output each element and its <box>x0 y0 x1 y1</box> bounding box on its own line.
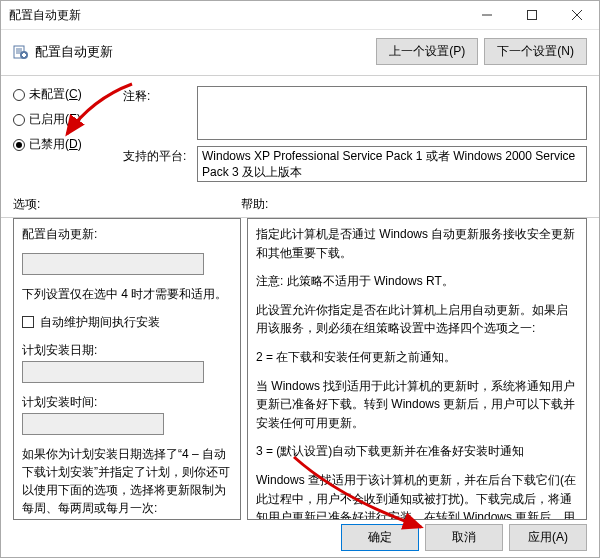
help-pane[interactable]: 指定此计算机是否通过 Windows 自动更新服务接收安全更新和其他重要下载。 … <box>247 218 587 520</box>
help-label: 帮助: <box>241 196 587 213</box>
header: 配置自动更新 上一个设置(P) 下一个设置(N) <box>1 30 599 76</box>
header-title-group: 配置自动更新 <box>13 43 113 61</box>
help-text: 3 = (默认设置)自动下载更新并在准备好安装时通知 <box>256 442 578 461</box>
state-radio-group: 未配置(C) 已启用(E) 已禁用(D) <box>13 86 113 188</box>
radio-label: 已启用(E) <box>29 111 81 128</box>
options-heading: 配置自动更新: <box>22 225 232 243</box>
help-text: 2 = 在下载和安装任何更新之前通知。 <box>256 348 578 367</box>
help-text: 此设置允许你指定是否在此计算机上启用自动更新。如果启用该服务，则必须在组策略设置… <box>256 301 578 338</box>
help-text: 当 Windows 找到适用于此计算机的更新时，系统将通知用户更新已准备好下载。… <box>256 377 578 433</box>
svg-rect-10 <box>22 54 26 56</box>
upper-right: 注释: 支持的平台: Windows XP Professional Servi… <box>123 86 587 188</box>
radio-icon <box>13 114 25 126</box>
help-text: 注意: 此策略不适用于 Windows RT。 <box>256 272 578 291</box>
schedule-day-select[interactable] <box>22 361 204 383</box>
options-note: 下列设置仅在选中 4 时才需要和适用。 <box>22 285 232 303</box>
minimize-button[interactable] <box>464 1 509 29</box>
svg-rect-1 <box>527 11 536 20</box>
radio-disabled[interactable]: 已禁用(D) <box>13 136 113 153</box>
next-setting-button[interactable]: 下一个设置(N) <box>484 38 587 65</box>
schedule-day-label: 计划安装日期: <box>22 341 232 359</box>
schedule-explain: 如果你为计划安装日期选择了“4 – 自动下载计划安装”并指定了计划，则你还可以使… <box>22 445 232 517</box>
checkbox-label: 自动维护期间执行安装 <box>40 313 160 331</box>
schedule-time-label: 计划安装时间: <box>22 393 232 411</box>
radio-label: 未配置(C) <box>29 86 82 103</box>
supported-label: 支持的平台: <box>123 146 191 182</box>
radio-icon <box>13 89 25 101</box>
radio-not-configured[interactable]: 未配置(C) <box>13 86 113 103</box>
radio-enabled[interactable]: 已启用(E) <box>13 111 113 128</box>
section-labels: 选项: 帮助: <box>1 192 599 217</box>
footer-buttons: 确定 取消 应用(A) <box>341 524 587 551</box>
help-text: Windows 查找适用于该计算机的更新，并在后台下载它们(在此过程中，用户不会… <box>256 471 578 520</box>
titlebar: 配置自动更新 <box>1 1 599 30</box>
maximize-button[interactable] <box>509 1 554 29</box>
supported-textbox: Windows XP Professional Service Pack 1 或… <box>197 146 587 182</box>
radio-label: 已禁用(D) <box>29 136 82 153</box>
options-pane[interactable]: 配置自动更新: 下列设置仅在选中 4 时才需要和适用。 自动维护期间执行安装 计… <box>13 218 241 520</box>
lower-section: 配置自动更新: 下列设置仅在选中 4 时才需要和适用。 自动维护期间执行安装 计… <box>1 218 599 520</box>
radio-icon <box>13 139 25 151</box>
ok-button[interactable]: 确定 <box>341 524 419 551</box>
window-title: 配置自动更新 <box>9 7 81 24</box>
dialog-window: 配置自动更新 <box>0 0 600 558</box>
apply-button[interactable]: 应用(A) <box>509 524 587 551</box>
policy-icon <box>13 44 29 60</box>
header-title: 配置自动更新 <box>35 43 113 61</box>
maintenance-checkbox[interactable]: 自动维护期间执行安装 <box>22 313 232 331</box>
comment-textbox[interactable] <box>197 86 587 140</box>
options-label: 选项: <box>13 196 241 213</box>
help-text: 指定此计算机是否通过 Windows 自动更新服务接收安全更新和其他重要下载。 <box>256 225 578 262</box>
close-button[interactable] <box>554 1 599 29</box>
cancel-button[interactable]: 取消 <box>425 524 503 551</box>
comment-label: 注释: <box>123 86 191 140</box>
update-mode-select[interactable] <box>22 253 204 275</box>
upper-section: 未配置(C) 已启用(E) 已禁用(D) 注释: 支持的平台: Windows … <box>1 76 599 192</box>
nav-buttons: 上一个设置(P) 下一个设置(N) <box>376 38 587 65</box>
window-controls <box>464 1 599 29</box>
prev-setting-button[interactable]: 上一个设置(P) <box>376 38 478 65</box>
checkbox-icon <box>22 316 34 328</box>
schedule-time-select[interactable] <box>22 413 164 435</box>
